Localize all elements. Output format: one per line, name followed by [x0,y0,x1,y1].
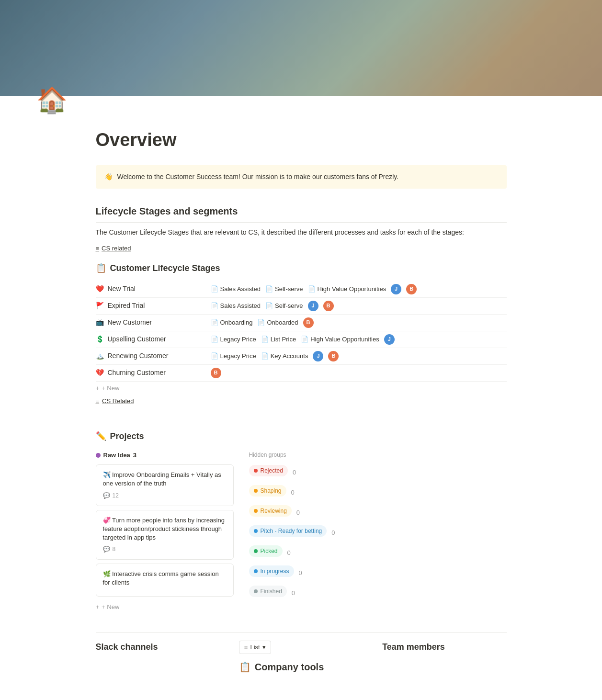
status-row-reviewing: Reviewing 0 [249,505,507,520]
status-count-reviewing: 0 [296,508,300,518]
status-count-pitch: 0 [331,528,335,538]
status-label-rejected: Rejected [261,466,283,475]
doc-icon: 📄 [211,335,218,344]
new-trial-label[interactable]: New Trial [108,284,136,294]
projects-heading: ✏️ Projects [96,430,507,443]
add-new-lifecycle[interactable]: + + New [96,382,120,395]
lifecycle-right-renewing: 📄Legacy Price 📄Key Accounts J B [211,351,339,361]
slack-heading: Slack channels [96,641,220,654]
avatar-b-4: B [328,351,339,361]
doc-onboarded[interactable]: 📄Onboarded [257,318,298,327]
doc-high-value-2[interactable]: 📄High Value Opportunities [301,335,379,344]
board-card-1[interactable]: ✈️ Improve Onboarding Emails + Vitally a… [96,464,234,506]
company-tools-heading: 📋 Company tools [239,660,363,674]
status-row-inprogress: In progress 0 [249,565,507,581]
doc-icon: 📄 [301,335,308,344]
doc-list-price[interactable]: 📄List Price [261,335,296,344]
avatar-b-5: B [211,368,221,378]
status-pill-shaping[interactable]: Shaping [249,485,286,497]
lifecycle-heading: Lifecycle Stages and segments [96,204,507,218]
lifecycle-left-new-trial: ❤️ New Trial [96,284,211,294]
status-row-shaping: Shaping 0 [249,485,507,500]
avatar-b-2: B [323,301,334,311]
lifecycle-left-expired-trial: 🚩 Expired Trial [96,301,211,311]
status-pill-picked[interactable]: Picked [249,545,283,557]
status-dot-picked [254,549,258,553]
board-group-label: Raw Idea 3 [96,451,137,460]
comment-count-2: 8 [113,545,116,553]
status-label-shaping: Shaping [261,486,282,495]
lifecycle-right-churning: B [211,368,221,378]
lifecycle-section: 📋 Customer Lifecycle Stages ❤️ New Trial… [96,262,507,417]
hidden-groups-panel: Hidden groups Rejected 0 Shaping 0 Rev [249,451,507,606]
doc-sales-assisted-1[interactable]: 📄Sales Assisted [211,284,261,294]
company-tools-label: Company tools [255,660,324,674]
new-customer-icon: 📺 [96,317,104,327]
avatar-j-4: J [313,351,323,361]
list-view-bar[interactable]: ≡ List ▾ [239,641,271,654]
avatar-b-3: B [303,317,314,328]
expired-trial-icon: 🚩 [96,301,104,311]
churning-label[interactable]: Churning Customer [108,368,166,378]
lifecycle-right-upselling: 📄Legacy Price 📄List Price 📄High Value Op… [211,334,395,345]
plus-icon: + [96,384,100,393]
status-count-picked: 0 [287,548,291,558]
list-icon: ≡ [96,244,100,253]
board-card-meta-1: 💬 12 [103,491,227,500]
status-label-pitch: Pitch - Ready for betting [261,527,322,535]
status-dot-inprogress [254,569,258,573]
doc-legacy-price-2[interactable]: 📄Legacy Price [211,351,256,361]
hidden-groups-label: Hidden groups [249,451,507,459]
avatar-b-1: B [406,284,417,294]
new-customer-label[interactable]: New Customer [108,317,152,327]
bottom-right: Team members [382,641,506,659]
upselling-label[interactable]: Upselling Customer [108,334,166,344]
doc-onboarding[interactable]: 📄Onboarding [211,318,253,327]
board-card-title-3: 🌿 Interactive crisis comms game session … [103,570,227,587]
doc-sales-assisted-2[interactable]: 📄Sales Assisted [211,301,261,311]
lifecycle-icon: 📋 [96,262,106,275]
status-row-pitch: Pitch - Ready for betting 0 [249,525,507,541]
cs-related-label: CS related [102,244,131,253]
status-pill-rejected[interactable]: Rejected [249,465,288,476]
callout-emoji: 👋 [104,172,113,182]
renewing-label[interactable]: Renewing Customer [108,351,169,361]
board-card-title-1: ✈️ Improve Onboarding Emails + Vitally a… [103,471,227,488]
doc-icon: 📄 [211,284,218,294]
list-view-label: List [250,643,260,652]
doc-high-value-1[interactable]: 📄High Value Opportunities [308,284,386,294]
plus-icon-2: + [96,602,100,612]
status-pill-finished[interactable]: Finished [249,586,287,597]
doc-legacy-price-1[interactable]: 📄Legacy Price [211,335,256,344]
callout-box: 👋 Welcome to the Customer Success team! … [96,165,507,189]
status-pill-inprogress[interactable]: In progress [249,565,294,577]
status-pill-reviewing[interactable]: Reviewing [249,505,292,517]
page-title: Overview [96,126,507,154]
doc-icon: 📄 [265,301,273,311]
cs-related-link-2[interactable]: ≡ CS Related [96,395,134,408]
status-dot-finished [254,589,258,593]
doc-self-serve-2[interactable]: 📄Self-serve [265,301,303,311]
churning-icon: 💔 [96,368,104,378]
status-pill-pitch[interactable]: Pitch - Ready for betting [249,525,327,537]
doc-icon: 📄 [261,335,269,344]
doc-icon: 📄 [211,318,218,327]
board-card-2[interactable]: 💞 Turn more people into fans by increasi… [96,510,234,560]
lifecycle-left-new-customer: 📺 New Customer [96,317,211,327]
status-label-inprogress: In progress [261,567,289,576]
status-row-finished: Finished 0 [249,586,507,601]
cs-related-link[interactable]: ≡ CS related [96,244,131,253]
expired-trial-label[interactable]: Expired Trial [108,301,145,311]
board-group-dot [96,453,101,458]
status-label-picked: Picked [261,547,278,555]
doc-key-accounts[interactable]: 📄Key Accounts [261,351,308,361]
status-row-picked: Picked 0 [249,545,507,561]
lifecycle-left-upselling: 💲 Upselling Customer [96,334,211,344]
lifecycle-row-new-trial: ❤️ New Trial 📄Sales Assisted 📄Self-serve… [96,281,507,298]
doc-self-serve-1[interactable]: 📄Self-serve [265,284,303,294]
lifecycle-row-new-customer: 📺 New Customer 📄Onboarding 📄Onboarded B [96,315,507,331]
board-card-3[interactable]: 🌿 Interactive crisis comms game session … [96,564,234,596]
section-divider-2 [96,276,507,276]
add-new-project[interactable]: + + New [96,600,120,614]
comment-count-1: 12 [113,491,119,500]
